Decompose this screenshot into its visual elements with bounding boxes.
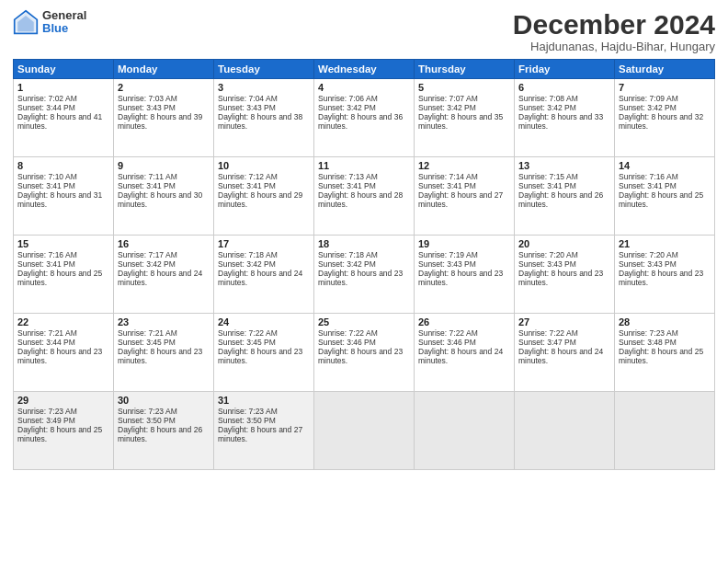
day-number: 1 <box>17 82 109 93</box>
daylight-label: Daylight: 8 hours and 25 minutes. <box>619 347 703 365</box>
sunset-label: Sunset: 3:49 PM <box>17 416 75 425</box>
sunrise-label: Sunrise: 7:23 AM <box>619 328 678 338</box>
calendar-week-row: 22 Sunrise: 7:21 AM Sunset: 3:44 PM Dayl… <box>14 314 715 392</box>
day-number: 30 <box>118 395 210 406</box>
logo-blue-text: Blue <box>42 22 86 35</box>
header-tuesday: Tuesday <box>214 60 314 79</box>
sunrise-label: Sunrise: 7:02 AM <box>17 94 77 103</box>
calendar-cell: 10 Sunrise: 7:12 AM Sunset: 3:41 PM Dayl… <box>214 157 314 236</box>
calendar-cell: 24 Sunrise: 7:22 AM Sunset: 3:45 PM Dayl… <box>214 314 314 392</box>
calendar-cell: 12 Sunrise: 7:14 AM Sunset: 3:41 PM Dayl… <box>415 157 515 236</box>
calendar-cell: 19 Sunrise: 7:19 AM Sunset: 3:43 PM Dayl… <box>415 236 515 314</box>
sunrise-label: Sunrise: 7:04 AM <box>218 94 278 103</box>
calendar-cell: 11 Sunrise: 7:13 AM Sunset: 3:41 PM Dayl… <box>314 157 415 236</box>
month-title: December 2024 <box>513 9 715 40</box>
sunrise-label: Sunrise: 7:21 AM <box>118 328 177 338</box>
sunrise-label: Sunrise: 7:18 AM <box>318 250 378 259</box>
sunset-label: Sunset: 3:47 PM <box>518 338 576 347</box>
sunset-label: Sunset: 3:41 PM <box>418 181 476 190</box>
sunset-label: Sunset: 3:43 PM <box>118 103 176 112</box>
sunrise-label: Sunrise: 7:10 AM <box>17 172 77 181</box>
calendar-cell: 14 Sunrise: 7:16 AM Sunset: 3:41 PM Dayl… <box>615 157 715 236</box>
day-number: 17 <box>218 238 310 249</box>
daylight-label: Daylight: 8 hours and 28 minutes. <box>318 190 403 209</box>
calendar-cell: 15 Sunrise: 7:16 AM Sunset: 3:41 PM Dayl… <box>14 236 114 314</box>
day-number: 8 <box>17 160 109 171</box>
daylight-label: Daylight: 8 hours and 27 minutes. <box>218 425 302 443</box>
sunset-label: Sunset: 3:45 PM <box>218 338 276 347</box>
sunrise-label: Sunrise: 7:08 AM <box>518 94 578 103</box>
day-number: 19 <box>418 238 510 249</box>
sunset-label: Sunset: 3:44 PM <box>17 103 75 112</box>
day-number: 29 <box>17 395 109 406</box>
day-number: 18 <box>318 238 410 249</box>
daylight-label: Daylight: 8 hours and 23 minutes. <box>118 347 202 365</box>
calendar-week-row: 29 Sunrise: 7:23 AM Sunset: 3:49 PM Dayl… <box>14 392 715 470</box>
calendar-cell: 29 Sunrise: 7:23 AM Sunset: 3:49 PM Dayl… <box>14 392 114 470</box>
calendar-cell: 18 Sunrise: 7:18 AM Sunset: 3:42 PM Dayl… <box>314 236 415 314</box>
calendar-cell: 31 Sunrise: 7:23 AM Sunset: 3:50 PM Dayl… <box>214 392 314 470</box>
logo-text: General Blue <box>42 9 86 36</box>
day-number: 7 <box>619 82 711 93</box>
sunset-label: Sunset: 3:43 PM <box>418 259 476 269</box>
sunrise-label: Sunrise: 7:22 AM <box>218 328 278 338</box>
sunrise-label: Sunrise: 7:23 AM <box>218 407 278 416</box>
sunset-label: Sunset: 3:46 PM <box>318 338 376 347</box>
calendar-cell: 9 Sunrise: 7:11 AM Sunset: 3:41 PM Dayli… <box>114 157 214 236</box>
daylight-label: Daylight: 8 hours and 25 minutes. <box>17 269 102 287</box>
sunrise-label: Sunrise: 7:15 AM <box>518 172 578 181</box>
daylight-label: Daylight: 8 hours and 27 minutes. <box>418 190 503 209</box>
day-number: 25 <box>318 316 410 327</box>
page: General Blue December 2024 Hajdunanas, H… <box>0 0 728 563</box>
location-subtitle: Hajdunanas, Hajdu-Bihar, Hungary <box>513 40 715 53</box>
day-number: 5 <box>418 82 510 93</box>
calendar-cell: 23 Sunrise: 7:21 AM Sunset: 3:45 PM Dayl… <box>114 314 214 392</box>
sunset-label: Sunset: 3:42 PM <box>518 103 576 112</box>
daylight-label: Daylight: 8 hours and 23 minutes. <box>418 269 503 287</box>
sunrise-label: Sunrise: 7:19 AM <box>418 250 478 259</box>
sunset-label: Sunset: 3:41 PM <box>17 259 75 269</box>
sunrise-label: Sunrise: 7:18 AM <box>218 250 278 259</box>
daylight-label: Daylight: 8 hours and 23 minutes. <box>17 347 102 365</box>
daylight-label: Daylight: 8 hours and 24 minutes. <box>218 269 302 287</box>
calendar-cell <box>415 392 515 470</box>
calendar-cell: 26 Sunrise: 7:22 AM Sunset: 3:46 PM Dayl… <box>415 314 515 392</box>
daylight-label: Daylight: 8 hours and 24 minutes. <box>518 347 603 365</box>
daylight-label: Daylight: 8 hours and 23 minutes. <box>218 347 302 365</box>
daylight-label: Daylight: 8 hours and 25 minutes. <box>619 190 703 209</box>
day-number: 21 <box>619 238 711 249</box>
sunset-label: Sunset: 3:43 PM <box>518 259 576 269</box>
day-number: 10 <box>218 160 310 171</box>
header: General Blue December 2024 Hajdunanas, H… <box>13 9 715 53</box>
sunrise-label: Sunrise: 7:12 AM <box>218 172 278 181</box>
sunrise-label: Sunrise: 7:16 AM <box>17 250 77 259</box>
calendar-cell: 7 Sunrise: 7:09 AM Sunset: 3:42 PM Dayli… <box>615 79 715 157</box>
sunrise-label: Sunrise: 7:09 AM <box>619 94 678 103</box>
sunset-label: Sunset: 3:41 PM <box>318 181 376 190</box>
calendar-cell: 13 Sunrise: 7:15 AM Sunset: 3:41 PM Dayl… <box>515 157 615 236</box>
calendar-cell: 5 Sunrise: 7:07 AM Sunset: 3:42 PM Dayli… <box>415 79 515 157</box>
sunrise-label: Sunrise: 7:20 AM <box>619 250 678 259</box>
calendar-cell: 30 Sunrise: 7:23 AM Sunset: 3:50 PM Dayl… <box>114 392 214 470</box>
calendar-week-row: 15 Sunrise: 7:16 AM Sunset: 3:41 PM Dayl… <box>14 236 715 314</box>
sunset-label: Sunset: 3:42 PM <box>418 103 476 112</box>
sunset-label: Sunset: 3:41 PM <box>518 181 576 190</box>
header-friday: Friday <box>515 60 615 79</box>
daylight-label: Daylight: 8 hours and 26 minutes. <box>118 425 202 443</box>
calendar-cell <box>515 392 615 470</box>
sunset-label: Sunset: 3:46 PM <box>418 338 476 347</box>
sunrise-label: Sunrise: 7:07 AM <box>418 94 478 103</box>
day-number: 26 <box>418 316 510 327</box>
sunrise-label: Sunrise: 7:22 AM <box>518 328 578 338</box>
sunrise-label: Sunrise: 7:14 AM <box>418 172 478 181</box>
header-sunday: Sunday <box>14 60 114 79</box>
daylight-label: Daylight: 8 hours and 24 minutes. <box>418 347 503 365</box>
calendar-cell <box>314 392 415 470</box>
sunrise-label: Sunrise: 7:06 AM <box>318 94 378 103</box>
sunset-label: Sunset: 3:43 PM <box>218 103 276 112</box>
day-number: 6 <box>518 82 610 93</box>
daylight-label: Daylight: 8 hours and 39 minutes. <box>118 112 202 131</box>
calendar-cell: 1 Sunrise: 7:02 AM Sunset: 3:44 PM Dayli… <box>14 79 114 157</box>
sunrise-label: Sunrise: 7:23 AM <box>118 407 177 416</box>
calendar-cell: 25 Sunrise: 7:22 AM Sunset: 3:46 PM Dayl… <box>314 314 415 392</box>
